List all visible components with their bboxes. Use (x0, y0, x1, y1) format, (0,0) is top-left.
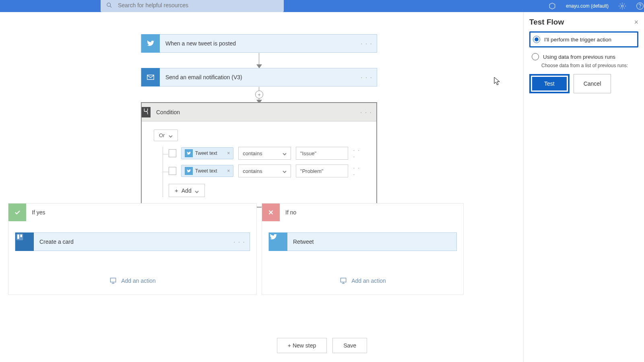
chevron-down-icon (169, 134, 173, 138)
help-icon[interactable] (636, 2, 644, 10)
row-checkbox[interactable] (169, 167, 176, 175)
card-menu[interactable]: · · · (357, 74, 377, 80)
twitter-icon (185, 167, 193, 175)
check-icon (8, 204, 26, 221)
card-menu[interactable]: · · · (356, 109, 376, 115)
branch-title: If yes (26, 209, 45, 216)
add-label: Add (182, 187, 192, 194)
plus-icon: + (175, 187, 178, 194)
branch-header-yes[interactable]: If yes (8, 204, 256, 221)
value-input[interactable]: "Problem" (296, 165, 349, 177)
test-flow-panel: Test Flow × I'll perform the trigger act… (523, 12, 644, 362)
test-button-highlight: Test (529, 74, 570, 93)
search-box[interactable] (101, 0, 284, 12)
trigger-card-twitter[interactable]: When a new tweet is posted · · · (141, 34, 377, 53)
action-title: Create a card (34, 239, 229, 245)
svg-rect-6 (17, 234, 19, 239)
radio-label: I'll perform the trigger action (544, 37, 611, 43)
row-checkbox[interactable] (169, 149, 176, 157)
mouse-cursor (493, 76, 501, 87)
add-action-label: Add an action (351, 278, 386, 284)
operator-select[interactable]: contains (238, 147, 291, 160)
operator-label: contains (243, 150, 262, 156)
row-menu[interactable]: · · · (353, 147, 364, 160)
connector-line (259, 53, 259, 65)
condition-row: Tweet text × contains "Issue" · · · (163, 147, 364, 160)
condition-header[interactable]: Condition · · · (142, 103, 376, 121)
chevron-down-icon (195, 189, 199, 193)
svg-rect-8 (111, 278, 116, 282)
dynamic-token-tweet-text[interactable]: Tweet text × (181, 165, 233, 177)
card-menu[interactable]: · · · (357, 40, 377, 47)
condition-row: Tweet text × contains "Problem" · · · (163, 165, 364, 177)
radio-subnote: Choose data from a list of previous runs… (529, 63, 638, 68)
condition-title: Condition (151, 109, 356, 115)
radio-perform-trigger[interactable]: I'll perform the trigger action (529, 31, 638, 47)
if-yes-branch: If yes Create a card · · · Add an action (8, 203, 257, 295)
svg-line-1 (110, 6, 111, 8)
token-label: Tweet text (195, 150, 225, 156)
close-icon (262, 204, 280, 221)
trigger-title: When a new tweet is posted (160, 40, 357, 47)
value-input[interactable]: "Issue" (296, 147, 349, 160)
chevron-down-icon (283, 151, 287, 155)
row-menu[interactable]: · · · (353, 165, 364, 177)
radio-label: Using data from previous runs (543, 54, 615, 60)
search-input[interactable] (118, 2, 278, 8)
new-step-button[interactable]: + New step (277, 338, 327, 353)
token-remove[interactable]: × (227, 168, 230, 174)
environment-icon[interactable] (548, 2, 556, 10)
chevron-down-icon (283, 169, 287, 173)
svg-rect-7 (20, 234, 22, 237)
radio-previous-runs[interactable]: Using data from previous runs (529, 50, 638, 64)
action-title: Send an email notification (V3) (160, 74, 357, 80)
top-bar: enayu.com (default) (0, 0, 644, 12)
action-card-retweet[interactable]: Retweet (268, 232, 457, 251)
card-menu[interactable]: · · · (229, 239, 250, 245)
twitter-icon (185, 149, 193, 157)
add-condition-button[interactable]: + Add (169, 184, 205, 197)
add-action-icon (339, 277, 347, 285)
search-icon (106, 2, 112, 8)
close-icon[interactable]: × (634, 18, 638, 27)
operator-select[interactable]: contains (238, 165, 291, 177)
save-button[interactable]: Save (332, 338, 367, 353)
action-title: Retweet (287, 239, 456, 245)
condition-icon (142, 107, 151, 117)
add-action-label: Add an action (121, 278, 156, 284)
add-action-button[interactable]: Add an action (15, 277, 250, 285)
test-button[interactable]: Test (532, 77, 567, 90)
svg-rect-9 (341, 278, 346, 282)
add-action-icon (109, 277, 117, 285)
svg-point-0 (107, 3, 111, 6)
twitter-icon (141, 34, 160, 53)
branch-header-no[interactable]: If no (262, 204, 463, 221)
branch-title: If no (280, 209, 296, 216)
gear-icon[interactable] (618, 2, 626, 10)
cancel-button[interactable]: Cancel (574, 74, 611, 93)
insert-step-button[interactable]: + (255, 90, 263, 99)
logic-operator-label: Or (159, 132, 165, 138)
svg-point-4 (640, 8, 640, 8)
condition-card[interactable]: Condition · · · Or Tweet text × contains (141, 102, 377, 208)
radio-icon (532, 53, 539, 60)
token-remove[interactable]: × (227, 150, 230, 156)
top-right-cluster: enayu.com (default) (548, 0, 644, 12)
dynamic-token-tweet-text[interactable]: Tweet text × (181, 147, 233, 159)
svg-point-2 (621, 5, 623, 7)
logic-operator-select[interactable]: Or (154, 130, 178, 141)
mail-icon (141, 68, 160, 86)
operator-label: contains (243, 168, 262, 174)
add-action-button[interactable]: Add an action (268, 277, 457, 285)
environment-label: enayu.com (default) (566, 3, 609, 9)
radio-icon (533, 36, 540, 43)
token-label: Tweet text (195, 168, 225, 174)
action-card-trello[interactable]: Create a card · · · (15, 232, 250, 251)
if-no-branch: If no Retweet Add an action (262, 203, 464, 295)
twitter-icon (269, 232, 287, 251)
panel-title: Test Flow (529, 18, 564, 27)
action-card-email[interactable]: Send an email notification (V3) · · · (141, 68, 377, 86)
trello-icon (15, 232, 34, 251)
